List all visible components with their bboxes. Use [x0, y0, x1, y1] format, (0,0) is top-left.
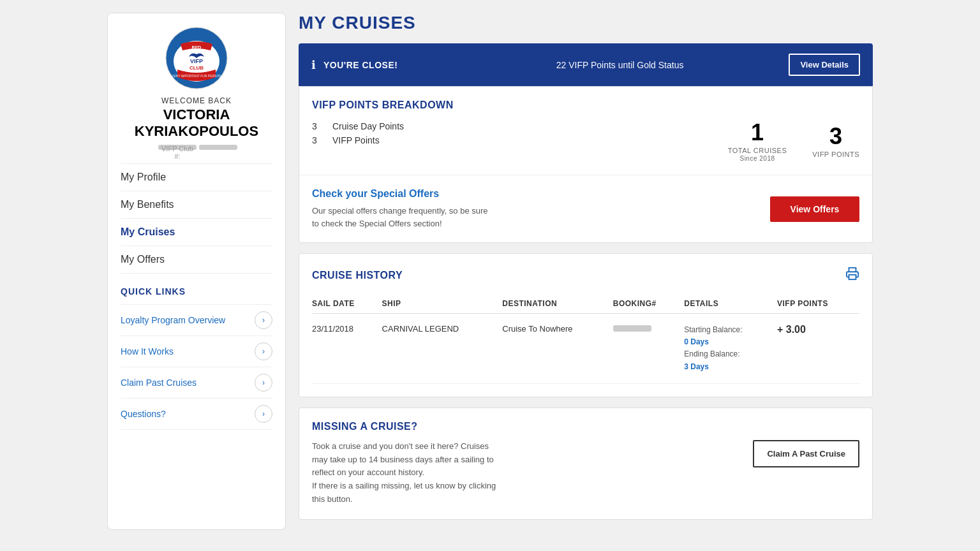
- points-stats: 1 TOTAL CRUISESSince 2018 3 VIFP POINTS: [728, 121, 859, 162]
- quick-link-loyalty-label: Loyalty Program Overview: [121, 315, 225, 325]
- quick-link-claim-label: Claim Past Cruises: [121, 378, 197, 388]
- alert-banner: ℹ YOU'RE CLOSE! 22 VIFP Points until Gol…: [299, 43, 873, 86]
- cell-vifp-points: + 3.00: [777, 314, 859, 384]
- cell-ship: CARNIVAL LEGEND: [382, 314, 503, 384]
- missing-cruise-title: MISSING A CRUISE?: [312, 421, 859, 432]
- print-icon[interactable]: [845, 267, 859, 284]
- nav-item-benefits[interactable]: My Benefits: [121, 191, 272, 219]
- stat-vifp-points-label: VIFP POINTS: [812, 151, 859, 158]
- cell-destination: Cruise To Nowhere: [502, 314, 613, 384]
- quick-link-questions-label: Questions?: [121, 409, 166, 419]
- col-details: DETAILS: [684, 294, 777, 314]
- main-content: MY CRUISES ℹ YOU'RE CLOSE! 22 VIFP Point…: [299, 13, 873, 530]
- svg-rect-6: [849, 275, 856, 279]
- svg-text:VIFP: VIFP: [190, 58, 203, 64]
- info-icon: ℹ: [311, 58, 316, 72]
- missing-cruise: MISSING A CRUISE? Took a cruise and you …: [299, 408, 872, 519]
- vifp-points-value: + 3.00: [777, 324, 806, 335]
- nav-menu: My Profile My Benefits My Cruises My Off…: [121, 163, 272, 274]
- nav-item-cruises[interactable]: My Cruises: [121, 219, 272, 246]
- cell-sail-date: 23/11/2018: [312, 314, 382, 384]
- quick-link-loyalty[interactable]: Loyalty Program Overview ›: [121, 304, 272, 336]
- table-row: 23/11/2018 CARNIVAL LEGEND Cruise To Now…: [312, 314, 859, 384]
- chevron-right-icon: ›: [255, 374, 272, 392]
- quick-link-claim-past[interactable]: Claim Past Cruises ›: [121, 367, 272, 399]
- points-list: 3 Cruise Day Points 3 VIFP Points: [312, 121, 702, 149]
- quick-link-how-it-works[interactable]: How It Works ›: [121, 336, 272, 367]
- svg-text:RED: RED: [192, 45, 202, 50]
- stat-vifp-points: 3 VIFP POINTS: [812, 125, 859, 158]
- stat-total-cruises-value: 1: [728, 121, 787, 144]
- stat-total-cruises: 1 TOTAL CRUISESSince 2018: [728, 121, 787, 162]
- points-card: VIFP POINTS BREAKDOWN 3 Cruise Day Point…: [299, 86, 873, 243]
- user-name: VICTORIA KYRIAKOPOULOS: [135, 107, 258, 140]
- page-title: MY CRUISES: [299, 13, 873, 33]
- cell-details: Starting Balance: 0 Days Ending Balance:…: [684, 314, 777, 384]
- cruise-history-title: CRUISE HISTORY: [312, 270, 403, 281]
- points-row-cruise-day: 3 Cruise Day Points: [312, 121, 702, 131]
- quick-link-how-label: How It Works: [121, 346, 174, 356]
- alert-label: YOU'RE CLOSE!: [323, 60, 549, 70]
- history-table: SAIL DATE SHIP DESTINATION BOOKING# DETA…: [312, 294, 859, 384]
- svg-text:CLUB: CLUB: [189, 65, 204, 71]
- col-ship: SHIP: [382, 294, 503, 314]
- svg-text:VERY IMPORTANT FUN PERSON: VERY IMPORTANT FUN PERSON: [172, 74, 221, 78]
- chevron-right-icon: ›: [255, 405, 272, 423]
- col-vifp-points: VIFP POINTS: [777, 294, 859, 314]
- stat-total-cruises-label: TOTAL CRUISESSince 2018: [728, 147, 787, 162]
- points-breakdown: VIFP POINTS BREAKDOWN 3 Cruise Day Point…: [299, 87, 872, 175]
- points-breakdown-title: VIFP POINTS BREAKDOWN: [312, 99, 859, 111]
- cruise-history: CRUISE HISTORY SAIL DATE SHIP: [299, 254, 872, 397]
- logo-container: RED VIFP CLUB VERY IMPORTANT FUN PERSON: [165, 26, 228, 90]
- booking-redacted: [613, 325, 651, 332]
- quick-links-title: QUICK LINKS: [121, 286, 272, 297]
- stat-vifp-points-value: 3: [812, 125, 859, 148]
- chevron-right-icon: ›: [255, 342, 272, 360]
- vifp-club-number: VIFP Club #:: [156, 143, 237, 151]
- sidebar: RED VIFP CLUB VERY IMPORTANT FUN PERSON …: [107, 13, 286, 530]
- ending-balance-value: 3 Days: [684, 362, 709, 371]
- welcome-text: WELCOME BACK: [161, 96, 232, 105]
- col-destination: DESTINATION: [502, 294, 613, 314]
- view-details-button[interactable]: View Details: [789, 54, 860, 76]
- starting-balance-value: 0 Days: [684, 337, 709, 346]
- cell-booking: [613, 314, 684, 384]
- missing-cruise-body: Took a cruise and you don't see it here?…: [312, 440, 859, 506]
- quick-link-questions[interactable]: Questions? ›: [121, 399, 272, 430]
- nav-item-profile[interactable]: My Profile: [121, 163, 272, 191]
- col-booking: BOOKING#: [613, 294, 684, 314]
- quick-links-section: QUICK LINKS Loyalty Program Overview › H…: [121, 286, 272, 430]
- special-offers-section: Check your Special Offers Our special of…: [299, 175, 872, 242]
- col-sail-date: SAIL DATE: [312, 294, 382, 314]
- details-balance: Starting Balance: 0 Days Ending Balance:…: [684, 324, 772, 373]
- points-row-vifp: 3 VIFP Points: [312, 135, 702, 145]
- special-offers-left: Check your Special Offers Our special of…: [312, 188, 488, 230]
- cruise-history-card: CRUISE HISTORY SAIL DATE SHIP: [299, 253, 873, 397]
- vifp-logo: RED VIFP CLUB VERY IMPORTANT FUN PERSON: [165, 26, 228, 90]
- cruise-history-header: CRUISE HISTORY: [312, 267, 859, 284]
- special-offers-text: Our special offers change frequently, so…: [312, 205, 488, 230]
- special-offers-title: Check your Special Offers: [312, 188, 488, 200]
- alert-subtext: 22 VIFP Points until Gold Status: [556, 60, 782, 70]
- claim-past-cruise-button[interactable]: Claim A Past Cruise: [753, 440, 859, 467]
- missing-cruise-text: Took a cruise and you don't see it here?…: [312, 440, 740, 506]
- missing-cruise-card: MISSING A CRUISE? Took a cruise and you …: [299, 408, 873, 520]
- view-offers-button[interactable]: View Offers: [770, 196, 859, 222]
- nav-item-offers[interactable]: My Offers: [121, 246, 272, 274]
- chevron-right-icon: ›: [255, 311, 272, 329]
